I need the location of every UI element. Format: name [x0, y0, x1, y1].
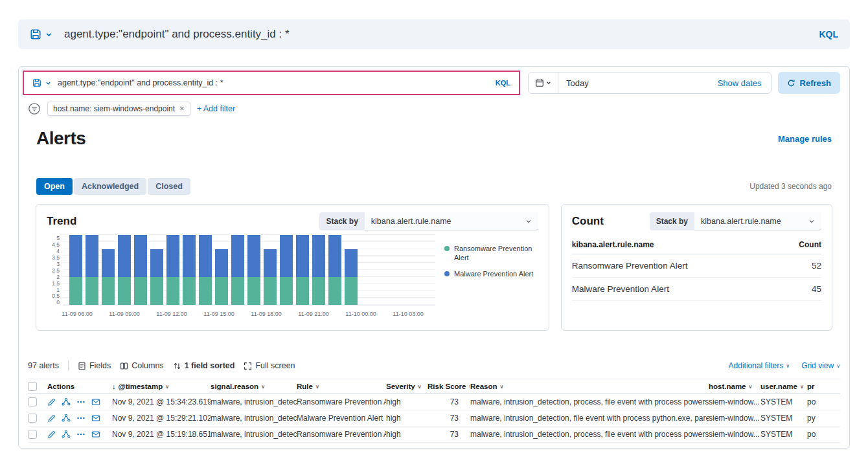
legend-item[interactable]: Malware Prevention Alert [444, 270, 538, 279]
date-picker[interactable]: Today Show dates [528, 72, 771, 94]
add-filter-button[interactable]: + Add filter [197, 104, 235, 113]
trend-plot [63, 236, 435, 305]
alert-row: Nov 9, 2021 @ 15:29:21.102 malware, intr… [28, 410, 840, 427]
column-header-process[interactable]: pr [807, 383, 840, 390]
chevron-down-icon [546, 80, 551, 85]
alert-row: Nov 9, 2021 @ 15:19:18.651 malware, intr… [28, 427, 840, 443]
analyze-event-icon[interactable] [62, 397, 71, 406]
more-actions-icon[interactable] [76, 430, 86, 439]
y-tick-label: 4 [56, 249, 60, 254]
cell-timestamp: Nov 9, 2021 @ 15:29:21.102 [112, 414, 211, 423]
filter-pill[interactable]: host.name: siem-windows-endpoint × [47, 102, 190, 116]
trend-bar [150, 249, 163, 305]
fields-button[interactable]: Fields [78, 361, 111, 370]
legend-label: Ransomware Prevention Alert [454, 245, 538, 263]
search-bar-row: agent.type:"endpoint" and process.entity… [23, 71, 840, 95]
row-checkbox[interactable] [28, 430, 37, 439]
trend-stack-by-select[interactable]: kibana.alert.rule.name [365, 212, 538, 230]
cell-rule: Ransomware Prevention Al... [297, 430, 386, 439]
more-actions-icon[interactable] [76, 414, 86, 423]
cell-reason: malware, intrusion_detection, file event… [470, 414, 709, 423]
column-header-rule[interactable]: Rule ∨ [297, 383, 386, 390]
kql-language-button[interactable]: KQL [496, 79, 510, 87]
save-query-icon [32, 78, 41, 87]
column-header-user-name[interactable]: user.name ∨ [760, 383, 807, 390]
cell-severity: high [386, 397, 428, 406]
trend-bar [345, 249, 358, 305]
updated-timestamp: Updated 3 seconds ago [749, 182, 832, 191]
legend-item[interactable]: Ransomware Prevention Alert [444, 245, 538, 263]
edit-alert-icon[interactable] [47, 430, 56, 439]
y-tick-label: 1 [56, 287, 60, 293]
close-icon[interactable]: × [179, 105, 185, 112]
analyze-event-icon[interactable] [62, 430, 71, 439]
grid-view-button[interactable]: Grid view ∨ [801, 361, 840, 370]
alert-row: Nov 9, 2021 @ 15:34:23.619 malware, intr… [28, 394, 840, 410]
column-header-host-name[interactable]: host.name ∨ [709, 383, 760, 390]
row-checkbox[interactable] [28, 414, 37, 423]
count-stack-by-select[interactable]: kibana.alert.rule.name [694, 212, 821, 230]
chevron-down-icon: ∨ [749, 384, 753, 390]
row-checkbox[interactable] [28, 397, 37, 406]
saved-query-menu-button[interactable] [30, 28, 52, 40]
table-row: Ransomware Prevention Alert 52 [572, 254, 821, 278]
column-header-timestamp[interactable]: ↓ @timestamp ∨ [112, 383, 211, 390]
full-screen-button[interactable]: Full screen [244, 361, 295, 370]
show-dates-button[interactable]: Show dates [718, 78, 771, 88]
tab-acknowledged[interactable]: Acknowledged [74, 178, 146, 195]
alerts-table-toolbar: 97 alerts Fields Columns 1 field sorted [28, 359, 840, 372]
trend-legend: Ransomware Prevention AlertMalware Preve… [444, 236, 538, 321]
cell-user-name: SYSTEM [760, 397, 807, 406]
chevron-down-icon: ∨ [261, 384, 265, 390]
tab-open[interactable]: Open [36, 178, 73, 195]
envelope-icon[interactable] [91, 414, 100, 423]
edit-alert-icon[interactable] [47, 414, 56, 423]
fullscreen-icon [244, 362, 252, 370]
status-filter-row: Open Acknowledged Closed Updated 3 secon… [28, 178, 840, 195]
more-actions-icon[interactable] [76, 397, 86, 406]
analyze-event-icon[interactable] [62, 414, 71, 423]
table-row: Malware Prevention Alert 45 [572, 278, 821, 301]
tab-closed[interactable]: Closed [148, 178, 190, 195]
column-header-signal-reason[interactable]: signal.reason ∨ [211, 383, 297, 390]
calendar-icon [535, 78, 544, 87]
kql-language-button[interactable]: KQL [819, 29, 838, 39]
cell-signal-reason: malware, intrusion_detectio... [211, 430, 297, 439]
envelope-icon[interactable] [91, 430, 100, 439]
stack-by-value: kibana.alert.rule.name [701, 217, 781, 226]
count-table-header-count[interactable]: Count [799, 240, 821, 249]
select-all-checkbox[interactable] [28, 382, 37, 391]
cell-host-name: siem-window... [709, 414, 760, 423]
y-tick-label: 1.5 [52, 281, 60, 287]
query-input[interactable]: agent.type:"endpoint" and process.entity… [58, 78, 496, 87]
cell-rule: Ransomware Prevention Al... [297, 397, 386, 406]
y-tick-label: 0.5 [52, 293, 60, 299]
date-quick-select-button[interactable] [529, 72, 558, 93]
date-range-value[interactable]: Today [558, 78, 718, 88]
save-query-icon [30, 28, 41, 40]
column-header-severity[interactable]: Severity ∨ [386, 383, 428, 390]
column-header-reason[interactable]: Reason ∨ [470, 383, 709, 390]
envelope-icon[interactable] [91, 397, 100, 406]
cell-process: py [807, 414, 840, 423]
fields-icon [78, 362, 86, 370]
query-input[interactable]: agent.type:"endpoint" and process.entity… [64, 28, 819, 41]
app-query-bar[interactable]: agent.type:"endpoint" and process.entity… [26, 73, 517, 93]
additional-filters-button[interactable]: Additional filters ∨ [729, 361, 790, 370]
chevron-down-icon: ∨ [800, 384, 804, 390]
cell-severity: high [386, 430, 428, 439]
trend-bar [102, 249, 115, 305]
manage-rules-link[interactable]: Manage rules [778, 134, 832, 144]
x-tick-label: 11-09 06:00 [62, 311, 92, 317]
filter-options-icon[interactable] [28, 102, 41, 115]
count-table-header-name[interactable]: kibana.alert.rule.name [572, 240, 654, 249]
columns-button[interactable]: Columns [120, 361, 163, 370]
edit-alert-icon[interactable] [47, 398, 56, 406]
y-tick-label: 5 [56, 236, 60, 241]
saved-query-menu-button[interactable] [32, 78, 51, 87]
sort-fields-button[interactable]: 1 field sorted [173, 361, 235, 370]
column-header-risk-score[interactable]: Risk Score ∨ [428, 383, 470, 390]
page-header: Alerts Manage rules [28, 128, 840, 150]
global-query-bar[interactable]: agent.type:"endpoint" and process.entity… [18, 19, 850, 49]
refresh-button[interactable]: Refresh [778, 72, 840, 94]
